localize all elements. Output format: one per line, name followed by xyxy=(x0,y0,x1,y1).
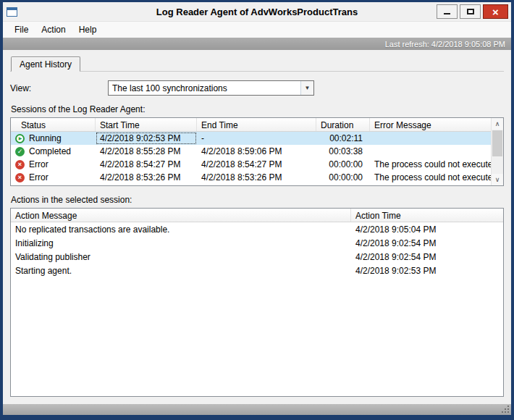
table-row[interactable]: No replicated transactions are available… xyxy=(11,222,503,236)
view-select-value: The last 100 synchronizations xyxy=(109,81,300,95)
view-label: View: xyxy=(10,83,108,93)
actions-table: Action Message Action Time No replicated… xyxy=(10,208,504,397)
scroll-down-icon[interactable]: ∨ xyxy=(492,174,503,185)
actions-header-row: Action Message Action Time xyxy=(11,209,503,222)
table-row[interactable]: ▶ Running 4/2/2018 9:02:53 PM - 00:02:11 xyxy=(11,132,491,145)
sessions-table-main: Status Start Time End Time Duration Erro… xyxy=(11,118,491,185)
running-icon: ▶ xyxy=(15,134,25,143)
column-header-start-time[interactable]: Start Time xyxy=(96,118,197,131)
tab-label: Agent History xyxy=(20,59,72,70)
chevron-down-icon[interactable]: ▼ xyxy=(300,81,313,95)
scrollbar-track[interactable] xyxy=(492,130,503,174)
action-message-cell: Validating publisher xyxy=(11,250,351,264)
column-header-status[interactable]: Status xyxy=(11,118,96,131)
minimize-button[interactable] xyxy=(437,4,458,19)
status-cell: ▶ Running xyxy=(11,132,96,145)
status-bar xyxy=(3,404,511,415)
start-time-cell: 4/2/2018 9:02:53 PM xyxy=(96,132,197,145)
action-time-cell: 4/2/2018 9:02:54 PM xyxy=(351,250,503,264)
table-row[interactable]: × Error 4/2/2018 8:53:26 PM 4/2/2018 8:5… xyxy=(11,171,491,184)
end-time-cell: 4/2/2018 8:53:26 PM xyxy=(197,171,316,184)
last-refresh-text: Last refresh: 4/2/2018 9:05:08 PM xyxy=(385,40,505,49)
maximize-button[interactable] xyxy=(460,4,481,19)
action-time-cell: 4/2/2018 9:05:04 PM xyxy=(351,222,503,236)
application-window-icon xyxy=(7,7,17,17)
column-header-error-message[interactable]: Error Message xyxy=(370,118,491,131)
end-time-cell: 4/2/2018 8:59:06 PM xyxy=(197,145,316,158)
column-header-action-time[interactable]: Action Time xyxy=(351,209,503,222)
sessions-caption: Sessions of the Log Reader Agent: xyxy=(11,104,504,114)
sessions-table: Status Start Time End Time Duration Erro… xyxy=(10,117,504,186)
status-text: Error xyxy=(29,159,49,169)
tab-strip: Agent History xyxy=(10,56,504,72)
column-header-duration[interactable]: Duration xyxy=(316,118,370,131)
resize-grip[interactable] xyxy=(501,405,510,414)
column-header-action-message[interactable]: Action Message xyxy=(11,209,351,222)
sessions-table-empty-area xyxy=(11,184,491,185)
tab-agent-history[interactable]: Agent History xyxy=(11,56,80,72)
status-text: Running xyxy=(29,133,62,143)
menu-file[interactable]: File xyxy=(8,22,35,38)
column-header-end-time[interactable]: End Time xyxy=(197,118,316,131)
window-controls: × xyxy=(437,4,508,19)
close-button[interactable]: × xyxy=(483,4,508,19)
action-message-cell: Starting agent. xyxy=(11,264,351,277)
end-time-cell: - xyxy=(197,132,316,145)
actions-table-main: Action Message Action Time No replicated… xyxy=(11,209,503,396)
status-text: Error xyxy=(29,172,49,182)
scroll-up-icon[interactable]: ∧ xyxy=(492,118,503,130)
duration-cell: 00:00:00 xyxy=(316,171,370,184)
error-message-cell: The process could not execute '... xyxy=(370,171,491,184)
error-icon: × xyxy=(15,160,25,169)
actions-table-empty-area xyxy=(11,277,503,396)
table-row[interactable]: Starting agent. 4/2/2018 9:02:53 PM xyxy=(11,264,503,277)
error-icon: × xyxy=(15,173,25,182)
maximize-icon xyxy=(467,9,474,14)
view-row: View: The last 100 synchronizations ▼ xyxy=(10,80,504,96)
table-row[interactable]: Validating publisher 4/2/2018 9:02:54 PM xyxy=(11,250,503,264)
minimize-icon xyxy=(444,13,450,14)
end-time-cell: 4/2/2018 8:54:27 PM xyxy=(197,158,316,171)
error-message-cell xyxy=(370,132,491,145)
main-panel: Agent History View: The last 100 synchro… xyxy=(3,50,511,404)
status-text: Completed xyxy=(29,146,71,156)
status-cell: × Error xyxy=(11,171,96,184)
table-row[interactable]: Initializing 4/2/2018 9:02:54 PM xyxy=(11,236,503,250)
action-message-cell: Initializing xyxy=(11,236,351,250)
action-message-cell: No replicated transactions are available… xyxy=(11,222,351,236)
start-time-cell: 4/2/2018 8:54:27 PM xyxy=(96,158,197,171)
menu-bar: File Action Help xyxy=(3,22,511,38)
error-message-cell xyxy=(370,145,491,158)
action-time-cell: 4/2/2018 9:02:53 PM xyxy=(351,264,503,277)
view-select[interactable]: The last 100 synchronizations ▼ xyxy=(108,80,314,96)
menu-help[interactable]: Help xyxy=(72,22,104,38)
status-cell: × Error xyxy=(11,158,96,171)
error-message-cell: The process could not execute '... xyxy=(370,158,491,171)
duration-cell: 00:03:38 xyxy=(316,145,370,158)
last-refresh-strip: Last refresh: 4/2/2018 9:05:08 PM xyxy=(3,38,511,50)
actions-caption: Actions in the selected session: xyxy=(11,195,504,205)
title-bar: Log Reader Agent of AdvWorksProductTrans… xyxy=(3,2,511,22)
start-time-cell: 4/2/2018 8:55:28 PM xyxy=(96,145,197,158)
completed-icon: ✓ xyxy=(15,147,25,156)
close-icon: × xyxy=(492,7,499,17)
vertical-scrollbar[interactable]: ∧ ∨ xyxy=(491,118,503,185)
start-time-cell: 4/2/2018 8:53:26 PM xyxy=(96,171,197,184)
duration-cell: 00:00:00 xyxy=(316,158,370,171)
menu-action[interactable]: Action xyxy=(35,22,72,38)
window-frame: Log Reader Agent of AdvWorksProductTrans… xyxy=(0,0,514,420)
scrollbar-thumb[interactable] xyxy=(492,130,502,156)
table-row[interactable]: × Error 4/2/2018 8:54:27 PM 4/2/2018 8:5… xyxy=(11,158,491,171)
sessions-header-row: Status Start Time End Time Duration Erro… xyxy=(11,118,491,132)
status-cell: ✓ Completed xyxy=(11,145,96,158)
table-row[interactable]: ✓ Completed 4/2/2018 8:55:28 PM 4/2/2018… xyxy=(11,145,491,158)
duration-cell: 00:02:11 xyxy=(316,132,370,145)
window-title: Log Reader Agent of AdvWorksProductTrans xyxy=(3,7,511,17)
action-time-cell: 4/2/2018 9:02:54 PM xyxy=(351,236,503,250)
